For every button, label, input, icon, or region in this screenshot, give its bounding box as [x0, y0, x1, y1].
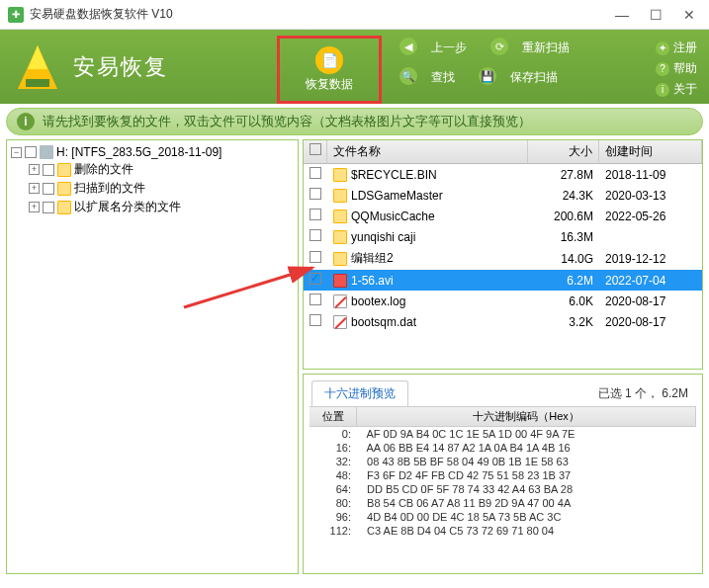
tree-node[interactable]: +删除的文件 — [29, 160, 294, 179]
file-row[interactable]: $RECYCLE.BIN27.8M2018-11-09 — [304, 164, 702, 185]
expand-icon[interactable]: + — [29, 164, 40, 175]
search-button[interactable]: 🔍 — [392, 65, 425, 89]
hex-row: 80: B8 54 CB 06 A7 A8 11 B9 2D 9A 47 00 … — [310, 496, 696, 510]
select-all-checkbox[interactable] — [310, 143, 321, 155]
folder-icon — [57, 201, 71, 214]
checkbox[interactable] — [310, 167, 321, 179]
tab-hex-preview[interactable]: 十六进制预览 — [311, 380, 408, 406]
hex-col-offset: 位置 — [310, 407, 357, 426]
folder-tree[interactable]: − H: [NTFS_283.5G_2018-11-09] +删除的文件+扫描到… — [6, 139, 299, 574]
help-icon: ? — [656, 62, 669, 76]
checkbox[interactable] — [43, 202, 54, 213]
expand-icon[interactable]: + — [29, 202, 40, 212]
file-row[interactable]: QQMusicCache200.6M2022-05-26 — [304, 206, 702, 226]
rescan-icon: ⟳ — [490, 38, 508, 55]
folder-icon — [333, 189, 347, 203]
recover-button-highlight: 📄 恢复数据 — [277, 36, 382, 104]
folder-icon — [333, 230, 347, 244]
about-button[interactable]: i关于 — [652, 79, 701, 100]
register-icon: ✦ — [656, 42, 669, 55]
hex-row: 64: DD B5 CD 0F 5F 78 74 33 42 A4 63 BA … — [310, 482, 696, 496]
file-row[interactable]: LDSGameMaster24.3K2020-03-13 — [304, 185, 702, 206]
hex-col-bytes: 十六进制编码（Hex） — [357, 407, 696, 426]
file-row[interactable]: yunqishi caji16.3M — [304, 226, 702, 247]
checkbox[interactable] — [310, 209, 321, 220]
hex-row: 96: 4D B4 0D 00 DE 4C 18 5A 73 5B AC 3C — [310, 510, 696, 524]
hex-row: 32: 08 43 8B 5B BF 58 04 49 0B 1B 1E 58 … — [310, 455, 696, 468]
checkbox[interactable] — [310, 229, 321, 241]
hex-preview-pane: 十六进制预览 已选 1 个， 6.2M 位置 十六进制编码（Hex） 0: AF… — [303, 374, 703, 574]
file-list-header: 文件名称 大小 创建时间 — [304, 140, 702, 164]
file-row[interactable]: 1-56.avi6.2M2022-07-04 — [304, 270, 702, 291]
file-row[interactable]: 编辑组214.0G2019-12-12 — [304, 247, 702, 270]
expand-icon[interactable]: − — [11, 147, 22, 158]
about-icon: i — [656, 83, 669, 97]
tree-node[interactable]: +扫描到的文件 — [29, 179, 294, 198]
save-scan-button[interactable]: 💾 — [471, 65, 504, 89]
checkbox[interactable] — [310, 273, 321, 285]
window-title: 安易硬盘数据恢复软件 V10 — [30, 6, 614, 23]
checkbox[interactable] — [43, 164, 54, 176]
checkbox[interactable] — [25, 146, 37, 158]
info-icon: i — [17, 113, 35, 130]
file-row[interactable]: bootex.log6.0K2020-08-17 — [304, 291, 702, 311]
file-icon — [333, 315, 347, 329]
help-button[interactable]: ?帮助 — [652, 58, 701, 79]
checkbox[interactable] — [310, 188, 321, 200]
tree-root[interactable]: − H: [NTFS_283.5G_2018-11-09] — [11, 144, 294, 160]
save-icon: 💾 — [479, 67, 496, 85]
selection-status: 已选 1 个， 6.2M — [598, 385, 694, 402]
svg-rect-0 — [26, 79, 49, 87]
info-bar: i 请先找到要恢复的文件，双击文件可以预览内容（文档表格图片文字等可以直接预览） — [6, 108, 703, 135]
folder-icon — [57, 182, 71, 196]
recover-button[interactable]: 📄 恢复数据 — [296, 42, 363, 97]
hex-row: 112: C3 AE 8B D4 04 C5 73 72 69 71 80 04 — [310, 524, 696, 538]
app-icon: ✚ — [8, 7, 24, 23]
file-list[interactable]: 文件名称 大小 创建时间 $RECYCLE.BIN27.8M2018-11-09… — [303, 139, 703, 370]
file-icon — [333, 274, 347, 288]
expand-icon[interactable]: + — [29, 183, 40, 194]
logo-text: 安易恢复 — [73, 52, 168, 82]
drive-icon — [40, 145, 53, 159]
col-date[interactable]: 创建时间 — [599, 140, 702, 163]
register-button[interactable]: ✦注册 — [652, 38, 701, 58]
checkbox[interactable] — [310, 251, 321, 263]
folder-icon — [333, 168, 347, 182]
checkbox[interactable] — [310, 314, 321, 326]
close-button[interactable]: ✕ — [681, 7, 697, 23]
folder-icon — [333, 252, 347, 266]
col-size[interactable]: 大小 — [528, 140, 599, 163]
back-icon: ◀ — [399, 38, 417, 55]
tree-node[interactable]: +以扩展名分类的文件 — [29, 198, 294, 216]
hex-row: 48: F3 6F D2 4F FB CD 42 75 51 58 23 1B … — [310, 468, 696, 482]
minimize-button[interactable]: — — [614, 7, 630, 23]
title-bar: ✚ 安易硬盘数据恢复软件 V10 — ☐ ✕ — [0, 0, 709, 30]
back-button[interactable]: ◀ — [392, 36, 425, 59]
search-icon: 🔍 — [399, 67, 417, 85]
hex-row: 16: AA 06 BB E4 14 87 A2 1A 0A B4 1A 4B … — [310, 441, 696, 455]
folder-icon — [57, 163, 71, 177]
rescan-button[interactable]: ⟳ — [483, 36, 516, 59]
hex-row: 0: AF 0D 9A B4 0C 1C 1E 5A 1D 00 4F 9A 7… — [310, 427, 696, 441]
logo-icon — [12, 42, 63, 93]
checkbox[interactable] — [310, 294, 321, 305]
maximize-button[interactable]: ☐ — [648, 7, 664, 23]
col-name[interactable]: 文件名称 — [327, 140, 528, 163]
checkbox[interactable] — [43, 183, 54, 195]
file-row[interactable]: bootsqm.dat3.2K2020-08-17 — [304, 311, 702, 332]
recover-icon: 📄 — [315, 46, 343, 74]
file-icon — [333, 294, 347, 308]
app-header: 安易恢复 📄 恢复数据 ◀ 上一步 ⟳ 重新扫描 🔍 查找 💾 保存扫描 ✦注 — [0, 30, 709, 104]
folder-icon — [333, 210, 347, 223]
